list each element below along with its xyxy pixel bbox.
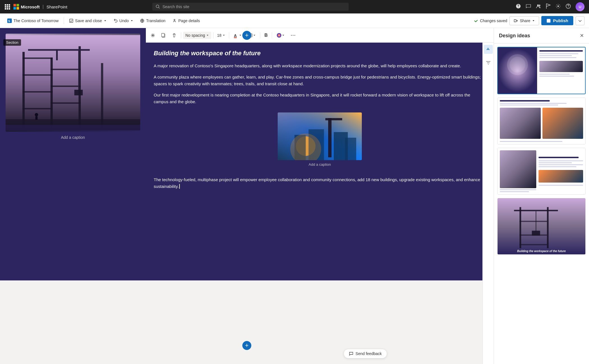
main-layout: + Section (0, 28, 589, 364)
people-icon[interactable] (536, 3, 541, 10)
svg-rect-8 (9, 8, 10, 10)
collapse-button[interactable] (576, 16, 585, 25)
bold-button[interactable]: B (262, 31, 270, 39)
send-feedback-button[interactable]: Send feedback (344, 349, 387, 358)
share-button[interactable]: Share (509, 16, 539, 25)
delete-icon[interactable] (169, 31, 179, 39)
design-panel-content: Building the workspace of the future (494, 43, 589, 364)
app-grid-icon[interactable] (4, 4, 10, 10)
article-paragraph-4: The technology-fueled, multiphase projec… (154, 176, 486, 190)
copy-icon[interactable] (159, 31, 168, 39)
page-toolbar: S The Contoso of Tomorrow Save and close… (0, 13, 589, 28)
article-paragraph-1: A major renovation of Contoso's Singapor… (154, 63, 486, 69)
page-content: Add a caption (0, 28, 494, 280)
section-label: Section (3, 39, 21, 46)
fmt-separator-2 (213, 32, 213, 38)
svg-point-13 (558, 5, 559, 7)
svg-rect-5 (9, 6, 10, 8)
svg-rect-55 (328, 118, 332, 157)
more-options-button[interactable] (288, 32, 298, 39)
svg-rect-68 (547, 207, 549, 248)
svg-rect-30 (22, 108, 53, 109)
text-color-button[interactable]: A (231, 31, 244, 40)
search-input[interactable] (162, 4, 345, 9)
svg-point-39 (35, 113, 38, 116)
left-construction-image (6, 34, 140, 132)
svg-rect-56 (325, 118, 342, 120)
user-avatar[interactable]: U (576, 2, 585, 11)
right-icon-strip (482, 28, 494, 364)
flag-icon[interactable] (546, 3, 551, 10)
add-section-bottom-button[interactable]: + (242, 341, 251, 350)
inline-image-caption[interactable]: Add a caption (309, 162, 331, 168)
fmt-separator-4 (260, 32, 260, 38)
svg-rect-0 (5, 4, 6, 6)
svg-rect-66 (498, 199, 585, 254)
question-icon[interactable] (565, 3, 571, 10)
help-icon[interactable] (516, 3, 521, 10)
svg-point-12 (539, 4, 540, 6)
design-card-2[interactable] (497, 98, 586, 144)
undo-button[interactable]: Undo (111, 17, 136, 25)
svg-rect-4 (7, 6, 8, 8)
page-title: The Contoso of Tomorrow (13, 19, 59, 23)
design-card-4[interactable]: Building the workspace of the future (497, 198, 586, 255)
svg-rect-74 (519, 244, 547, 245)
svg-text:A: A (234, 33, 237, 38)
font-size-input[interactable]: 18 (215, 32, 227, 39)
svg-rect-37 (74, 90, 83, 95)
toolbar-separator (64, 17, 64, 24)
canvas-area: + Section (0, 28, 494, 364)
svg-rect-34 (28, 49, 90, 51)
save-close-button[interactable]: Save and close (66, 17, 109, 25)
translation-button[interactable]: Translation (137, 17, 168, 25)
design-panel-close-button[interactable]: ✕ (580, 33, 584, 39)
svg-rect-43 (162, 33, 164, 37)
left-image-caption[interactable]: Add a caption (6, 135, 140, 140)
ms-logo[interactable]: Microsoft | SharePoint (13, 4, 67, 10)
app-name: SharePoint (47, 4, 67, 9)
page-details-button[interactable]: Page details (169, 17, 203, 25)
design-ideas-panel: Design ideas ✕ (494, 28, 589, 364)
svg-rect-28 (22, 74, 53, 76)
changes-saved-status: Changes saved (474, 19, 507, 23)
svg-rect-32 (50, 86, 81, 87)
search-box[interactable] (152, 3, 349, 11)
svg-rect-31 (50, 69, 81, 70)
svg-point-52 (294, 35, 295, 36)
add-section-top-button[interactable]: + (242, 31, 251, 40)
style-dropdown[interactable]: No spacing (183, 32, 211, 39)
design-card-1[interactable] (497, 47, 586, 94)
svg-rect-1 (7, 4, 8, 6)
article-paragraph-3: Our first major redevelopment is nearing… (154, 92, 486, 105)
right-column: No spacing 18 A (146, 28, 494, 280)
svg-rect-29 (22, 91, 53, 93)
chat-icon[interactable] (526, 3, 531, 10)
svg-point-11 (537, 4, 539, 6)
svg-point-50 (291, 35, 292, 36)
format-toolbar: No spacing 18 A (146, 28, 494, 43)
svg-rect-7 (7, 8, 8, 10)
article-paragraph-2: A community plaza where employees can ga… (154, 74, 486, 87)
svg-rect-2 (9, 4, 10, 6)
design-ideas-icon[interactable] (484, 45, 493, 54)
svg-text:S: S (8, 19, 10, 23)
ms-logo-squares (13, 4, 19, 10)
filter-icon[interactable] (484, 58, 493, 67)
publish-button[interactable]: Publish (541, 16, 573, 25)
article-text-content: Building the workspace of the future A m… (146, 43, 494, 280)
page-title-item: S The Contoso of Tomorrow (4, 17, 61, 25)
article-body[interactable]: A major renovation of Contoso's Singapor… (154, 63, 486, 190)
svg-rect-35 (56, 49, 58, 60)
settings-icon[interactable] (555, 3, 561, 10)
svg-rect-18 (70, 19, 73, 22)
svg-rect-40 (35, 116, 38, 120)
fmt-separator-5 (272, 32, 272, 38)
svg-rect-3 (5, 6, 6, 8)
design-card-3[interactable] (497, 148, 586, 195)
svg-line-10 (159, 8, 160, 9)
left-column: Add a caption (0, 28, 146, 280)
color-picker-button[interactable] (274, 31, 287, 40)
svg-rect-69 (514, 210, 558, 211)
move-icon[interactable] (148, 31, 158, 39)
